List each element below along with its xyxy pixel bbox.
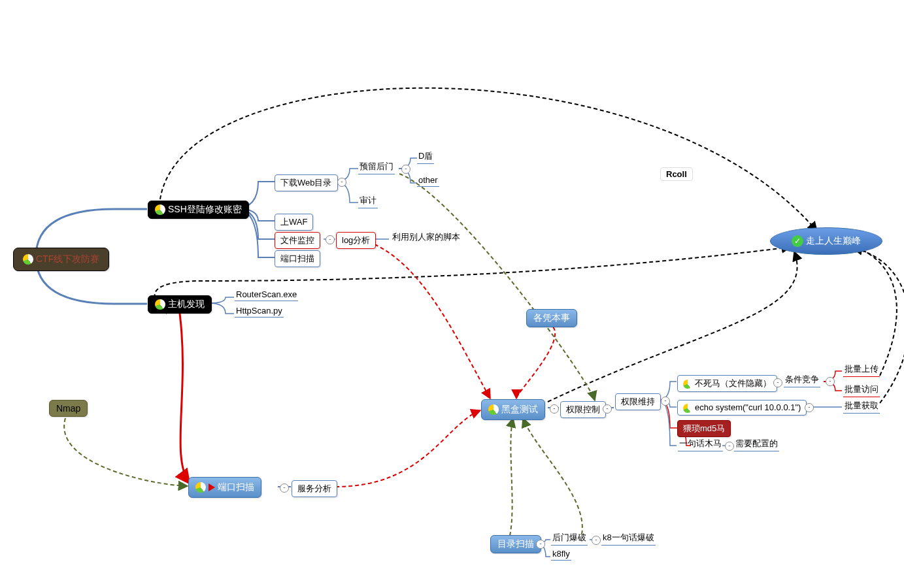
ssh-label: SSH登陆修改账密 — [168, 204, 242, 214]
nmap-label: Nmap — [56, 403, 80, 414]
race-condition-text[interactable]: 条件竞争 — [784, 372, 820, 387]
expand-icon[interactable]: - — [550, 404, 559, 414]
immortal-label: 不死马（文件隐藏） — [695, 378, 771, 388]
expand-icon[interactable]: - — [592, 536, 601, 545]
blackbox-label: 黑盒测试 — [501, 404, 538, 414]
backdoor-brute-text[interactable]: 后门爆破 — [551, 531, 588, 546]
skill-node[interactable]: 各凭本事 — [526, 309, 577, 327]
expand-icon[interactable]: - — [401, 165, 410, 174]
port-scan-sub-node[interactable]: 端口扫描 — [275, 250, 320, 267]
expand-icon[interactable]: - — [280, 483, 289, 493]
use-others-script-text: 利用别人家的脚本 — [391, 230, 461, 244]
pie-icon — [155, 204, 165, 215]
upload-waf-label: 上WAF — [280, 217, 307, 227]
log-analysis-label: log分析 — [342, 235, 370, 245]
audit-text[interactable]: 审计 — [358, 193, 378, 208]
log-analysis-node[interactable]: log分析 — [336, 232, 376, 249]
service-analysis-label: 服务分析 — [297, 483, 331, 493]
md5-horse-node[interactable]: 猥琐md5马 — [677, 420, 731, 437]
expand-icon[interactable]: - — [826, 377, 835, 386]
pie-icon — [155, 299, 165, 310]
d-shield-text[interactable]: D盾 — [417, 149, 434, 164]
echo-system-node[interactable]: echo system("curl 10.0.0.1") — [677, 400, 807, 416]
ssh-node[interactable]: SSH登陆修改账密 — [148, 201, 249, 219]
k8fly-text[interactable]: k8fly — [551, 547, 571, 561]
pie-icon — [683, 380, 692, 389]
expand-icon[interactable]: - — [337, 178, 346, 187]
need-config-text[interactable]: 需要配置的 — [734, 436, 779, 451]
climb-node[interactable]: ✓走上人生巅峰 — [770, 227, 882, 255]
file-monitor-node[interactable]: 文件监控 — [275, 232, 320, 249]
port-scan-node[interactable]: 端口扫描 — [188, 477, 261, 498]
pie-icon — [488, 404, 499, 415]
backdoor-reserved-text[interactable]: 预留后门 — [358, 159, 395, 174]
upload-waf-node[interactable]: 上WAF — [275, 214, 313, 231]
dir-scan-node[interactable]: 目录扫描 — [490, 535, 541, 553]
md5-horse-label: 猥琐md5马 — [683, 423, 725, 433]
batch-get-text[interactable]: 批量获取 — [843, 399, 880, 414]
blackbox-node[interactable]: 黑盒测试 — [481, 399, 545, 420]
climb-label: 走上人生巅峰 — [806, 235, 861, 247]
pie-icon — [23, 254, 33, 265]
router-scan-text[interactable]: RouterScan.exe — [235, 288, 298, 301]
service-analysis-node[interactable]: 服务分析 — [292, 480, 337, 497]
expand-icon[interactable]: - — [536, 540, 545, 549]
batch-upload-text[interactable]: 批量上传 — [843, 362, 880, 377]
other-text[interactable]: other — [417, 174, 439, 187]
expand-icon[interactable]: - — [326, 235, 335, 244]
expand-icon[interactable]: - — [773, 378, 782, 387]
pie-icon — [195, 482, 206, 493]
host-discovery-label: 主机发现 — [168, 299, 205, 309]
http-scan-text[interactable]: HttpScan.py — [235, 304, 284, 318]
echo-system-label: echo system("curl 10.0.0.1") — [695, 402, 801, 412]
root-label: CTF线下攻防赛 — [36, 253, 99, 264]
file-monitor-label: 文件监控 — [280, 235, 314, 245]
port-scan-sub-label: 端口扫描 — [280, 253, 314, 263]
port-scan-label: 端口扫描 — [218, 482, 254, 492]
expand-icon[interactable]: - — [725, 442, 734, 451]
webshell-text[interactable]: 一句话木马 — [678, 436, 723, 451]
batch-visit-text[interactable]: 批量访问 — [843, 382, 880, 397]
check-icon: ✓ — [792, 235, 803, 247]
download-web-node[interactable]: 下载Web目录 — [275, 174, 338, 191]
skill-label: 各凭本事 — [533, 312, 570, 323]
root-node[interactable]: CTF线下攻防赛 — [13, 248, 109, 271]
expand-icon[interactable]: - — [603, 404, 612, 414]
flag-icon — [209, 483, 215, 491]
immortal-node[interactable]: 不死马（文件隐藏） — [677, 375, 777, 392]
priv-maintain-node[interactable]: 权限维持 — [615, 393, 661, 410]
host-discovery-node[interactable]: 主机发现 — [148, 295, 212, 314]
k8-brute-text[interactable]: k8一句话爆破 — [601, 531, 656, 546]
expand-icon[interactable]: - — [661, 397, 670, 406]
download-web-label: 下载Web目录 — [280, 178, 332, 188]
dir-scan-label: 目录扫描 — [497, 538, 534, 549]
priv-maintain-label: 权限维持 — [621, 397, 655, 406]
priv-control-node[interactable]: 权限控制 — [560, 401, 606, 418]
nmap-node[interactable]: Nmap — [49, 400, 88, 417]
expand-icon[interactable]: - — [805, 403, 814, 412]
pie-icon — [683, 404, 692, 413]
author-label: RcoIl — [660, 167, 693, 181]
priv-control-label: 权限控制 — [566, 404, 600, 414]
